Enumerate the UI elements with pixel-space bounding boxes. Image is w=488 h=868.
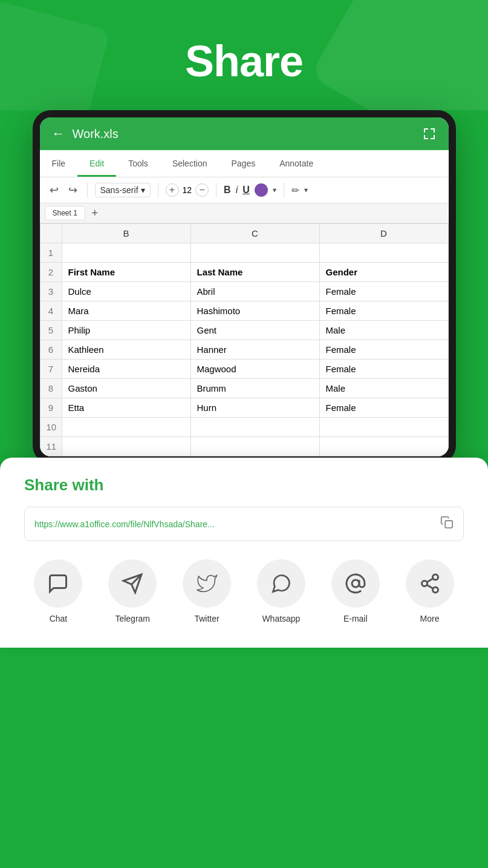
twitter-label: Twitter bbox=[194, 614, 219, 623]
table-cell[interactable]: Female bbox=[319, 340, 448, 360]
col-header-c: C bbox=[190, 224, 319, 243]
text-color-button[interactable] bbox=[255, 183, 268, 197]
tab-pages[interactable]: Pages bbox=[219, 150, 267, 177]
font-selector[interactable]: Sans-serif ▾ bbox=[95, 183, 151, 197]
table-cell[interactable]: Magwood bbox=[190, 360, 319, 379]
email-label: E-mail bbox=[343, 614, 368, 623]
telegram-icon bbox=[108, 559, 157, 608]
share-app-chat[interactable]: Chat bbox=[24, 559, 93, 623]
table-cell[interactable]: First Name bbox=[62, 263, 190, 282]
color-dropdown-icon[interactable]: ▾ bbox=[273, 186, 276, 194]
table-cell[interactable]: Kathleen bbox=[62, 340, 190, 360]
telegram-icon-svg bbox=[122, 573, 143, 594]
toolbar-divider-4 bbox=[284, 183, 284, 197]
table-row: 7 Nereida Magwood Female bbox=[40, 360, 448, 379]
table-cell[interactable]: Etta bbox=[62, 398, 190, 418]
table-cell[interactable]: Abril bbox=[190, 282, 319, 301]
table-cell[interactable]: Philip bbox=[62, 321, 190, 340]
back-button[interactable]: ← bbox=[52, 126, 65, 142]
sheet-tab-1[interactable]: Sheet 1 bbox=[45, 206, 85, 220]
table-cell[interactable]: Female bbox=[319, 282, 448, 301]
font-size-value: 12 bbox=[183, 185, 192, 195]
pen-button[interactable]: ✏ bbox=[291, 185, 299, 196]
row-num: 2 bbox=[40, 263, 62, 282]
toolbar: ↩ ↪ Sans-serif ▾ + 12 − B i U ▾ ✏ ▾ bbox=[40, 177, 449, 203]
share-app-email[interactable]: E-mail bbox=[321, 559, 389, 623]
chat-icon bbox=[34, 559, 82, 608]
font-dropdown-icon: ▾ bbox=[141, 185, 145, 195]
telegram-label: Telegram bbox=[115, 614, 150, 623]
table-cell[interactable] bbox=[62, 243, 190, 263]
share-app-twitter[interactable]: Twitter bbox=[173, 559, 241, 623]
row-num: 6 bbox=[40, 340, 62, 360]
font-size-increase[interactable]: + bbox=[166, 183, 179, 197]
table-cell[interactable]: Dulce bbox=[62, 282, 190, 301]
table-cell[interactable]: Brumm bbox=[190, 379, 319, 398]
toolbar-divider-3 bbox=[216, 183, 216, 197]
tablet-mockup: ← Work.xls File Edit Tools Selection Pag… bbox=[33, 110, 456, 464]
share-app-whatsapp[interactable]: Whatsapp bbox=[247, 559, 315, 623]
pen-dropdown-icon[interactable]: ▾ bbox=[304, 186, 308, 194]
table-cell[interactable]: Hashimoto bbox=[190, 301, 319, 321]
share-with-title: Share with bbox=[24, 476, 464, 495]
email-icon-svg bbox=[345, 573, 366, 594]
svg-point-4 bbox=[432, 574, 438, 580]
table-cell[interactable] bbox=[190, 418, 319, 437]
table-cell[interactable]: Gender bbox=[319, 263, 448, 282]
tab-edit[interactable]: Edit bbox=[77, 150, 116, 177]
tab-tools[interactable]: Tools bbox=[116, 150, 160, 177]
table-cell[interactable] bbox=[62, 418, 190, 437]
more-icon-svg bbox=[419, 573, 441, 594]
table-cell[interactable]: Male bbox=[319, 379, 448, 398]
redo-button[interactable]: ↪ bbox=[66, 182, 80, 198]
expand-button[interactable] bbox=[422, 127, 437, 141]
share-url: https://www.a1office.com/file/NlfVhsada/… bbox=[34, 519, 434, 529]
table-cell[interactable]: Male bbox=[319, 321, 448, 340]
table-row: 2 First Name Last Name Gender bbox=[40, 263, 448, 282]
table-cell[interactable] bbox=[190, 243, 319, 263]
table-cell[interactable]: Mara bbox=[62, 301, 190, 321]
toolbar-divider-2 bbox=[158, 183, 158, 197]
bold-button[interactable]: B bbox=[224, 185, 231, 196]
underline-button[interactable]: U bbox=[242, 185, 250, 196]
table-cell[interactable] bbox=[319, 418, 448, 437]
table-cell[interactable] bbox=[319, 243, 448, 263]
font-size-decrease[interactable]: − bbox=[195, 183, 209, 197]
table-cell[interactable]: Hurn bbox=[190, 398, 319, 418]
table-cell[interactable]: Gent bbox=[190, 321, 319, 340]
table-cell[interactable] bbox=[190, 437, 319, 456]
table-cell[interactable]: Last Name bbox=[190, 263, 319, 282]
svg-point-5 bbox=[421, 581, 427, 587]
table-cell[interactable] bbox=[62, 437, 190, 456]
row-num: 9 bbox=[40, 398, 62, 418]
row-num: 7 bbox=[40, 360, 62, 379]
tab-annotate[interactable]: Annotate bbox=[267, 150, 325, 177]
italic-button[interactable]: i bbox=[236, 185, 238, 196]
table-cell[interactable]: Nereida bbox=[62, 360, 190, 379]
table-cell[interactable] bbox=[319, 437, 448, 456]
table-row: 9 Etta Hurn Female bbox=[40, 398, 448, 418]
font-size-control: + 12 − bbox=[166, 183, 209, 197]
app-bar-left: ← Work.xls bbox=[52, 126, 119, 142]
row-num: 3 bbox=[40, 282, 62, 301]
add-sheet-button[interactable]: + bbox=[88, 206, 102, 220]
table-cell[interactable]: Gaston bbox=[62, 379, 190, 398]
share-app-more[interactable]: More bbox=[395, 559, 464, 623]
table-cell[interactable]: Hanner bbox=[190, 340, 319, 360]
table-row: 4 Mara Hashimoto Female bbox=[40, 301, 448, 321]
row-num: 11 bbox=[40, 437, 62, 456]
col-header-b: B bbox=[62, 224, 190, 243]
tab-file[interactable]: File bbox=[40, 150, 78, 177]
file-name: Work.xls bbox=[73, 127, 119, 141]
table-cell[interactable]: Female bbox=[319, 398, 448, 418]
svg-point-6 bbox=[432, 587, 438, 593]
table-cell[interactable]: Female bbox=[319, 301, 448, 321]
share-app-telegram[interactable]: Telegram bbox=[99, 559, 167, 623]
table-row: 10 bbox=[40, 418, 448, 437]
copy-button[interactable] bbox=[440, 516, 454, 532]
more-label: More bbox=[420, 614, 440, 623]
tab-selection[interactable]: Selection bbox=[160, 150, 220, 177]
twitter-icon-svg bbox=[196, 573, 218, 594]
table-cell[interactable]: Female bbox=[319, 360, 448, 379]
undo-button[interactable]: ↩ bbox=[47, 182, 61, 198]
